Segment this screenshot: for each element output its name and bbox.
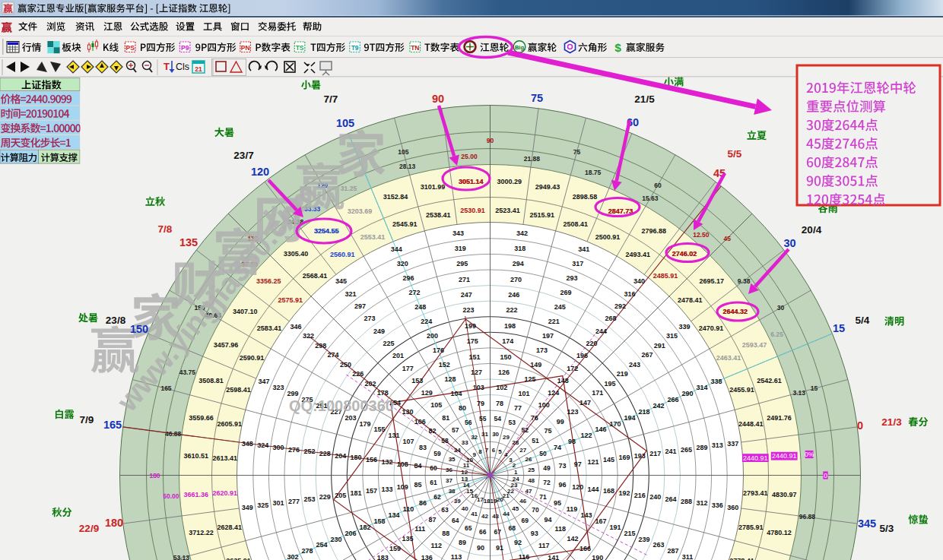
svg-text:5/4: 5/4 bbox=[856, 315, 870, 326]
svg-text:20/4: 20/4 bbox=[802, 224, 822, 236]
svg-text:200: 200 bbox=[427, 332, 438, 340]
svg-text:105: 105 bbox=[336, 117, 354, 129]
svg-text:321: 321 bbox=[344, 290, 356, 298]
svg-text:111: 111 bbox=[414, 525, 425, 533]
svg-text:0: 0 bbox=[857, 419, 863, 432]
svg-text:170: 170 bbox=[609, 420, 621, 428]
svg-text:3305.40: 3305.40 bbox=[284, 250, 309, 258]
svg-text:75: 75 bbox=[544, 427, 551, 435]
svg-text:155: 155 bbox=[374, 426, 386, 433]
svg-text:339: 339 bbox=[678, 323, 690, 331]
svg-text:346: 346 bbox=[291, 323, 302, 331]
svg-text:291: 291 bbox=[654, 342, 665, 350]
svg-text:35: 35 bbox=[449, 456, 456, 463]
svg-text:96.88: 96.88 bbox=[799, 513, 816, 520]
svg-text:45: 45 bbox=[512, 505, 519, 512]
svg-text:3: 3 bbox=[509, 457, 513, 464]
svg-text:91: 91 bbox=[496, 544, 503, 552]
svg-text:299: 299 bbox=[287, 390, 299, 397]
svg-text:24: 24 bbox=[513, 476, 519, 482]
svg-text:158: 158 bbox=[374, 517, 386, 525]
svg-text:314: 314 bbox=[696, 384, 707, 391]
svg-text:22/9: 22/9 bbox=[79, 523, 99, 534]
svg-text:37: 37 bbox=[446, 477, 452, 484]
svg-text:31: 31 bbox=[481, 431, 488, 438]
svg-text:12.50: 12.50 bbox=[693, 231, 710, 239]
svg-text:53: 53 bbox=[508, 419, 516, 426]
svg-text:2485.91: 2485.91 bbox=[653, 272, 678, 280]
svg-text:175: 175 bbox=[467, 337, 478, 345]
svg-text:135: 135 bbox=[402, 535, 413, 543]
svg-text:31.25: 31.25 bbox=[341, 185, 357, 192]
svg-text:288: 288 bbox=[681, 498, 692, 505]
svg-text:88: 88 bbox=[442, 530, 449, 537]
svg-text:177: 177 bbox=[402, 365, 414, 372]
svg-text:2635.91: 2635.91 bbox=[226, 557, 251, 560]
svg-text:180: 180 bbox=[149, 472, 160, 479]
svg-text:182: 182 bbox=[360, 524, 371, 531]
svg-text:2575.91: 2575.91 bbox=[278, 296, 303, 304]
svg-text:82: 82 bbox=[429, 427, 437, 435]
svg-text:341: 341 bbox=[578, 245, 589, 253]
svg-text:45: 45 bbox=[724, 235, 732, 242]
svg-text:9: 9 bbox=[473, 451, 477, 458]
svg-text:171: 171 bbox=[592, 389, 603, 397]
svg-text:225: 225 bbox=[383, 340, 395, 347]
svg-text:3661.36: 3661.36 bbox=[184, 491, 209, 498]
svg-text:63: 63 bbox=[441, 506, 449, 514]
svg-text:3457.96: 3457.96 bbox=[214, 341, 239, 349]
svg-text:205: 205 bbox=[335, 492, 346, 499]
svg-text:86: 86 bbox=[419, 499, 427, 507]
svg-text:TN: TN bbox=[411, 44, 419, 52]
svg-text:103: 103 bbox=[473, 384, 484, 391]
svg-text:2455.91: 2455.91 bbox=[729, 386, 754, 394]
svg-text:12: 12 bbox=[461, 469, 468, 476]
svg-text:287: 287 bbox=[667, 547, 678, 555]
svg-text:2491.76: 2491.76 bbox=[767, 414, 792, 422]
svg-text:55: 55 bbox=[479, 415, 487, 422]
svg-text:136: 136 bbox=[421, 554, 433, 560]
svg-text:2523.41: 2523.41 bbox=[495, 207, 520, 214]
svg-text:125: 125 bbox=[524, 375, 535, 383]
svg-text:21.88: 21.88 bbox=[524, 155, 541, 163]
svg-text:56: 56 bbox=[465, 419, 472, 426]
svg-text:266: 266 bbox=[667, 396, 678, 403]
svg-text:248: 248 bbox=[414, 303, 426, 311]
svg-text:130: 130 bbox=[402, 408, 413, 416]
svg-text:2448.41: 2448.41 bbox=[738, 420, 764, 428]
svg-text:58: 58 bbox=[441, 437, 449, 445]
svg-text:292: 292 bbox=[614, 302, 626, 310]
svg-text:8: 8 bbox=[478, 448, 482, 455]
svg-text:152: 152 bbox=[439, 361, 450, 369]
svg-text:78: 78 bbox=[496, 400, 503, 407]
svg-text:23: 23 bbox=[510, 482, 517, 489]
svg-text:192: 192 bbox=[618, 489, 630, 497]
svg-text:2515.91: 2515.91 bbox=[529, 211, 554, 219]
svg-text:224: 224 bbox=[421, 318, 432, 325]
svg-text:2644.32: 2644.32 bbox=[722, 308, 748, 315]
svg-text:15: 15 bbox=[811, 384, 818, 392]
svg-text:81: 81 bbox=[442, 414, 449, 422]
svg-text:267: 267 bbox=[641, 351, 652, 359]
svg-text:QQ:100800360: QQ:100800360 bbox=[289, 397, 394, 414]
svg-text:2463.41: 2463.41 bbox=[716, 354, 741, 362]
svg-text:324: 324 bbox=[257, 441, 268, 449]
svg-text:71: 71 bbox=[539, 493, 547, 501]
svg-text:21: 21 bbox=[195, 65, 202, 73]
svg-text:2605.91: 2605.91 bbox=[217, 420, 242, 428]
svg-text:28.13: 28.13 bbox=[399, 163, 416, 170]
svg-text:51: 51 bbox=[532, 437, 539, 445]
svg-text:143: 143 bbox=[580, 511, 592, 519]
svg-text:263: 263 bbox=[652, 541, 664, 549]
svg-text:336: 336 bbox=[712, 501, 723, 509]
svg-text:216: 216 bbox=[634, 492, 646, 499]
svg-text:319: 319 bbox=[455, 245, 466, 252]
svg-text:180: 180 bbox=[105, 517, 123, 529]
svg-text:50: 50 bbox=[539, 450, 547, 457]
svg-text:181: 181 bbox=[351, 489, 362, 497]
svg-text:118: 118 bbox=[554, 525, 566, 533]
svg-text:311: 311 bbox=[682, 553, 694, 560]
svg-text:169: 169 bbox=[618, 454, 630, 461]
svg-text:320: 320 bbox=[397, 260, 408, 267]
svg-text:270: 270 bbox=[510, 276, 522, 283]
